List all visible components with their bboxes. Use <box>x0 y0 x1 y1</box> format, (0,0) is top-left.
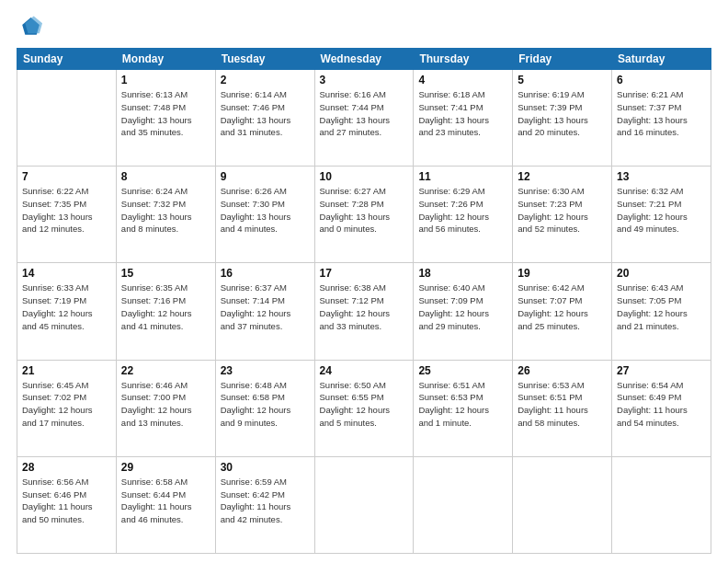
day-number: 19 <box>518 267 607 280</box>
calendar-week-row: 21Sunrise: 6:45 AMSunset: 7:02 PMDayligh… <box>17 360 711 456</box>
svg-marker-1 <box>25 17 42 34</box>
day-info: Sunrise: 6:13 AMSunset: 7:48 PMDaylight:… <box>121 88 210 139</box>
calendar-cell: 12Sunrise: 6:30 AMSunset: 7:23 PMDayligh… <box>513 167 612 263</box>
calendar-table: SundayMondayTuesdayWednesdayThursdayFrid… <box>17 48 711 554</box>
day-number: 17 <box>320 267 409 280</box>
day-number: 23 <box>221 364 310 377</box>
calendar-cell: 10Sunrise: 6:27 AMSunset: 7:28 PMDayligh… <box>314 167 414 263</box>
day-info: Sunrise: 6:18 AMSunset: 7:41 PMDaylight:… <box>418 88 507 139</box>
calendar-cell: 19Sunrise: 6:42 AMSunset: 7:07 PMDayligh… <box>513 263 612 360</box>
day-info: Sunrise: 6:38 AMSunset: 7:12 PMDaylight:… <box>320 282 409 332</box>
day-info: Sunrise: 6:24 AMSunset: 7:32 PMDaylight:… <box>121 185 210 236</box>
calendar-cell: 27Sunrise: 6:54 AMSunset: 6:49 PMDayligh… <box>612 360 711 456</box>
day-number: 27 <box>617 364 706 377</box>
day-number: 22 <box>121 364 210 377</box>
day-info: Sunrise: 6:26 AMSunset: 7:30 PMDaylight:… <box>221 185 310 236</box>
day-number: 7 <box>22 170 111 183</box>
column-header-thursday: Thursday <box>414 49 513 70</box>
day-number: 18 <box>418 267 507 280</box>
calendar-cell: 22Sunrise: 6:46 AMSunset: 7:00 PMDayligh… <box>116 360 215 456</box>
day-info: Sunrise: 6:46 AMSunset: 7:00 PMDaylight:… <box>121 379 210 430</box>
day-number: 1 <box>121 74 210 86</box>
column-header-sunday: Sunday <box>17 49 117 70</box>
calendar-cell: 14Sunrise: 6:33 AMSunset: 7:19 PMDayligh… <box>17 263 117 360</box>
calendar-header-row: SundayMondayTuesdayWednesdayThursdayFrid… <box>17 49 711 70</box>
calendar-cell: 2Sunrise: 6:14 AMSunset: 7:46 PMDaylight… <box>215 70 314 167</box>
calendar-cell: 8Sunrise: 6:24 AMSunset: 7:32 PMDaylight… <box>116 167 215 263</box>
day-number: 8 <box>121 170 210 183</box>
day-info: Sunrise: 6:40 AMSunset: 7:09 PMDaylight:… <box>418 282 507 332</box>
day-number: 24 <box>320 364 409 377</box>
day-info: Sunrise: 6:22 AMSunset: 7:35 PMDaylight:… <box>22 185 111 236</box>
calendar-cell: 6Sunrise: 6:21 AMSunset: 7:37 PMDaylight… <box>612 70 711 167</box>
calendar-cell: 15Sunrise: 6:35 AMSunset: 7:16 PMDayligh… <box>116 263 215 360</box>
day-info: Sunrise: 6:27 AMSunset: 7:28 PMDaylight:… <box>320 185 409 236</box>
day-info: Sunrise: 6:16 AMSunset: 7:44 PMDaylight:… <box>320 88 409 139</box>
day-number: 4 <box>418 74 507 86</box>
calendar-cell: 28Sunrise: 6:56 AMSunset: 6:46 PMDayligh… <box>17 456 117 553</box>
calendar-cell <box>612 456 711 553</box>
calendar-cell: 16Sunrise: 6:37 AMSunset: 7:14 PMDayligh… <box>215 263 314 360</box>
page: SundayMondayTuesdayWednesdayThursdayFrid… <box>0 0 728 563</box>
column-header-friday: Friday <box>513 49 612 70</box>
day-number: 15 <box>121 267 210 280</box>
header <box>17 15 711 40</box>
day-number: 14 <box>22 267 111 280</box>
calendar-cell: 23Sunrise: 6:48 AMSunset: 6:58 PMDayligh… <box>215 360 314 456</box>
column-header-tuesday: Tuesday <box>215 49 314 70</box>
calendar-week-row: 7Sunrise: 6:22 AMSunset: 7:35 PMDaylight… <box>17 167 711 263</box>
day-info: Sunrise: 6:51 AMSunset: 6:53 PMDaylight:… <box>418 379 507 430</box>
calendar-cell: 18Sunrise: 6:40 AMSunset: 7:09 PMDayligh… <box>414 263 513 360</box>
logo-icon <box>17 15 42 40</box>
day-number: 28 <box>22 461 111 474</box>
day-number: 9 <box>221 170 310 183</box>
day-info: Sunrise: 6:56 AMSunset: 6:46 PMDaylight:… <box>22 476 111 526</box>
day-number: 21 <box>22 364 111 377</box>
calendar-cell: 1Sunrise: 6:13 AMSunset: 7:48 PMDaylight… <box>116 70 215 167</box>
calendar-cell <box>513 456 612 553</box>
day-info: Sunrise: 6:42 AMSunset: 7:07 PMDaylight:… <box>518 282 607 332</box>
day-number: 26 <box>518 364 607 377</box>
day-info: Sunrise: 6:21 AMSunset: 7:37 PMDaylight:… <box>617 88 706 139</box>
day-number: 30 <box>221 461 310 474</box>
column-header-monday: Monday <box>116 49 215 70</box>
day-number: 25 <box>418 364 507 377</box>
day-number: 20 <box>617 267 706 280</box>
day-info: Sunrise: 6:32 AMSunset: 7:21 PMDaylight:… <box>617 185 706 236</box>
day-info: Sunrise: 6:29 AMSunset: 7:26 PMDaylight:… <box>418 185 507 236</box>
calendar-cell: 20Sunrise: 6:43 AMSunset: 7:05 PMDayligh… <box>612 263 711 360</box>
day-info: Sunrise: 6:37 AMSunset: 7:14 PMDaylight:… <box>221 282 310 332</box>
day-info: Sunrise: 6:58 AMSunset: 6:44 PMDaylight:… <box>121 476 210 526</box>
day-info: Sunrise: 6:14 AMSunset: 7:46 PMDaylight:… <box>221 88 310 139</box>
calendar-cell: 7Sunrise: 6:22 AMSunset: 7:35 PMDaylight… <box>17 167 117 263</box>
day-info: Sunrise: 6:43 AMSunset: 7:05 PMDaylight:… <box>617 282 706 332</box>
calendar-cell: 26Sunrise: 6:53 AMSunset: 6:51 PMDayligh… <box>513 360 612 456</box>
calendar-cell: 4Sunrise: 6:18 AMSunset: 7:41 PMDaylight… <box>414 70 513 167</box>
day-info: Sunrise: 6:19 AMSunset: 7:39 PMDaylight:… <box>518 88 607 139</box>
calendar-cell <box>314 456 414 553</box>
day-number: 16 <box>221 267 310 280</box>
day-info: Sunrise: 6:48 AMSunset: 6:58 PMDaylight:… <box>221 379 310 430</box>
column-header-wednesday: Wednesday <box>314 49 414 70</box>
day-info: Sunrise: 6:59 AMSunset: 6:42 PMDaylight:… <box>221 476 310 526</box>
calendar-week-row: 28Sunrise: 6:56 AMSunset: 6:46 PMDayligh… <box>17 456 711 553</box>
day-number: 10 <box>320 170 409 183</box>
calendar-cell <box>414 456 513 553</box>
calendar-cell: 24Sunrise: 6:50 AMSunset: 6:55 PMDayligh… <box>314 360 414 456</box>
calendar-week-row: 1Sunrise: 6:13 AMSunset: 7:48 PMDaylight… <box>17 70 711 167</box>
day-info: Sunrise: 6:54 AMSunset: 6:49 PMDaylight:… <box>617 379 706 430</box>
calendar-cell: 25Sunrise: 6:51 AMSunset: 6:53 PMDayligh… <box>414 360 513 456</box>
calendar-cell: 29Sunrise: 6:58 AMSunset: 6:44 PMDayligh… <box>116 456 215 553</box>
day-number: 6 <box>617 74 706 86</box>
day-number: 5 <box>518 74 607 86</box>
day-info: Sunrise: 6:30 AMSunset: 7:23 PMDaylight:… <box>518 185 607 236</box>
calendar-cell: 21Sunrise: 6:45 AMSunset: 7:02 PMDayligh… <box>17 360 117 456</box>
day-info: Sunrise: 6:53 AMSunset: 6:51 PMDaylight:… <box>518 379 607 430</box>
day-number: 2 <box>221 74 310 86</box>
calendar-cell: 30Sunrise: 6:59 AMSunset: 6:42 PMDayligh… <box>215 456 314 553</box>
calendar-week-row: 14Sunrise: 6:33 AMSunset: 7:19 PMDayligh… <box>17 263 711 360</box>
calendar-cell: 9Sunrise: 6:26 AMSunset: 7:30 PMDaylight… <box>215 167 314 263</box>
day-info: Sunrise: 6:35 AMSunset: 7:16 PMDaylight:… <box>121 282 210 332</box>
day-number: 29 <box>121 461 210 474</box>
column-header-saturday: Saturday <box>612 49 711 70</box>
